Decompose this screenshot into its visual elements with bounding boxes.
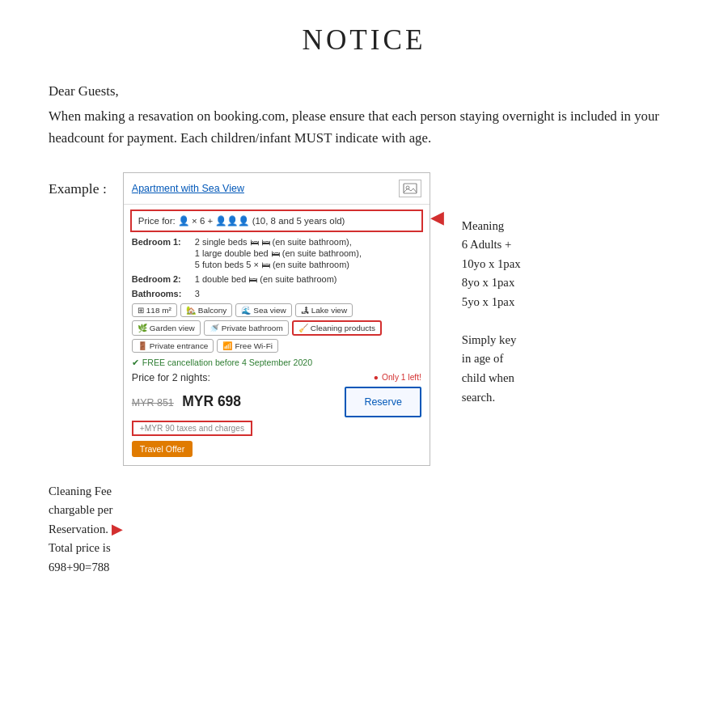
bedroom1-line2: 1 large double bed 🛏 (en suite bathroom)…	[195, 248, 421, 258]
bottom-line4: Total price is	[49, 539, 126, 558]
ann-line1: 6 Adults +	[462, 235, 521, 255]
sea-text: Sea view	[253, 306, 286, 315]
amenity-wifi: 📶 Free Wi-Fi	[217, 339, 278, 353]
right-arrow-icon: ◀	[430, 209, 444, 226]
amenity-size: ⊞ 118 m²	[132, 303, 177, 317]
bottom-line3-row: Reservation. ▶	[49, 520, 126, 540]
wifi-icon: 📶	[222, 341, 232, 350]
bathrooms-count: 3	[195, 289, 200, 298]
bathrooms-row: Bathrooms: 3	[132, 289, 421, 298]
bathroom-icon: 🚿	[210, 324, 219, 332]
bottom-line1: Cleaning Fee	[49, 482, 126, 502]
garden-icon: 🌿	[138, 324, 147, 332]
bathroom-text: Private bathroom	[222, 324, 283, 332]
bedroom1-line1: 2 single beds 🛏 🛏 (en suite bathroom),	[195, 237, 421, 247]
amenity-lake-view: 🏞 Lake view	[295, 303, 353, 317]
price-for-nights-label: Price for 2 nights:	[132, 372, 210, 383]
travel-offer-row: Travel Offer	[132, 441, 421, 460]
page-title: NOTICE	[49, 24, 679, 57]
entrance-icon: 🚪	[138, 341, 147, 350]
sea-icon: 🌊	[241, 306, 251, 315]
lake-text: Lake view	[311, 306, 347, 315]
bedroom1-label: Bedroom 1:	[132, 237, 190, 271]
free-cancel-row: ✔ FREE cancellation before 4 September 2…	[132, 358, 421, 367]
reserve-button[interactable]: Reserve	[345, 387, 421, 417]
lake-icon: 🏞	[301, 306, 309, 315]
checkmark-icon: ✔	[132, 358, 139, 367]
amenity-private-bathroom: 🚿 Private bathroom	[204, 320, 289, 336]
old-price: MYR 851 MYR 698	[132, 393, 241, 410]
booking-card: Apartment with Sea View Price for: 👤 × 6…	[123, 172, 430, 466]
apartment-link[interactable]: Apartment with Sea View	[132, 183, 244, 194]
free-cancel-text: FREE cancellation before 4 September 202…	[142, 358, 312, 367]
size-icon: ⊞	[138, 306, 144, 315]
entrance-text: Private entrance	[150, 341, 209, 350]
wifi-text: Free Wi-Fi	[235, 341, 273, 350]
intro-body: When making a resavation on booking.com,…	[49, 106, 679, 150]
bottom-line2: chargable per	[49, 501, 126, 520]
svg-rect-0	[404, 184, 417, 193]
red-dot-icon: ●	[374, 373, 379, 382]
taxes-text: +MYR 90 taxes and charges	[132, 421, 252, 436]
taxes-row: +MYR 90 taxes and charges	[132, 421, 421, 441]
ann-line6: Simply key	[462, 331, 521, 350]
size-text: 118 m²	[146, 306, 171, 315]
right-annotation: Meaning 6 Adults + 10yo x 1pax 8yo x 1pa…	[447, 209, 521, 407]
bottom-line5: 698+90=788	[49, 558, 126, 578]
meaning-label: Meaning	[462, 217, 521, 236]
prices-row: MYR 851 MYR 698 Reserve	[132, 387, 421, 417]
right-annotation-wrapper: ◀ Meaning 6 Adults + 10yo x 1pax 8yo x 1…	[430, 172, 521, 407]
bottom-arrow-icon: ▶	[112, 523, 123, 537]
garden-text: Garden view	[150, 324, 195, 332]
example-label: Example :	[49, 172, 107, 197]
ann-line9: search.	[462, 388, 521, 408]
price-nights-row: Price for 2 nights: ● Only 1 left!	[132, 372, 421, 383]
amenity-cleaning-products: 🧹 Cleaning products	[292, 320, 382, 336]
price-for-text: Price for:	[138, 216, 178, 226]
bottom-section: Cleaning Fee chargable per Reservation. …	[49, 482, 679, 578]
bedroom2-label: Bedroom 2:	[132, 274, 190, 286]
bottom-annotation: Cleaning Fee chargable per Reservation. …	[49, 482, 178, 578]
ann-line3: 8yo x 1pax	[462, 273, 521, 293]
only-left-text: Only 1 left!	[382, 373, 421, 382]
price-for-row: Price for: 👤 × 6 + 👤👤👤 (10, 8 and 5 year…	[130, 210, 423, 232]
cleaning-icon: 🧹	[298, 324, 308, 332]
adult-count: × 6 +	[192, 216, 215, 226]
example-section: Example : Apartment with Sea View Price …	[49, 172, 679, 466]
bathrooms-label: Bathrooms:	[132, 289, 190, 298]
bottom-text-block: Cleaning Fee chargable per Reservation. …	[49, 482, 126, 578]
bedroom1-detail: 2 single beds 🛏 🛏 (en suite bathroom), 1…	[195, 237, 421, 271]
children-ages: (10, 8 and 5 years old)	[252, 216, 345, 226]
card-body: Bedroom 1: 2 single beds 🛏 🛏 (en suite b…	[124, 237, 430, 465]
image-icon	[399, 180, 421, 197]
amenity-garden-view: 🌿 Garden view	[132, 320, 201, 336]
balcony-icon: 🏡	[186, 306, 196, 315]
only-left-badge: ● Only 1 left!	[374, 373, 421, 382]
ann-line7: in age of	[462, 349, 521, 369]
ann-line8: child when	[462, 369, 521, 388]
bottom-line3: Reservation.	[49, 520, 108, 540]
card-header: Apartment with Sea View	[124, 173, 430, 205]
bedroom1-line3: 5 futon beds 5 × 🛏 (en suite bathroom)	[195, 260, 421, 269]
amenity-sea-view: 🌊 Sea view	[235, 303, 291, 317]
bedroom2-detail: 1 double bed 🛏 (en suite bathroom)	[195, 274, 421, 286]
amenity-private-entrance: 🚪 Private entrance	[132, 339, 214, 353]
ann-line4: 5yo x 1pax	[462, 293, 521, 312]
bedroom2-line1: 1 double bed 🛏 (en suite bathroom)	[195, 274, 421, 284]
amenity-balcony: 🏡 Balcony	[180, 303, 232, 317]
children-icons: 👤👤👤	[215, 216, 249, 226]
bedroom1-row: Bedroom 1: 2 single beds 🛏 🛏 (en suite b…	[132, 237, 421, 271]
greeting: Dear Guests,	[49, 81, 679, 103]
amenities-list: ⊞ 118 m² 🏡 Balcony 🌊 Sea view 🏞 Lake vie…	[132, 303, 421, 353]
bedroom2-row: Bedroom 2: 1 double bed 🛏 (en suite bath…	[132, 274, 421, 286]
price-block: MYR 851 MYR 698	[132, 393, 241, 410]
balcony-text: Balcony	[198, 306, 226, 315]
cleaning-text: Cleaning products	[311, 324, 375, 332]
travel-offer-button[interactable]: Travel Offer	[132, 441, 193, 457]
intro-section: Dear Guests, When making a resavation on…	[49, 81, 679, 150]
ann-line2: 10yo x 1pax	[462, 255, 521, 274]
person-icon: 👤	[178, 216, 189, 226]
